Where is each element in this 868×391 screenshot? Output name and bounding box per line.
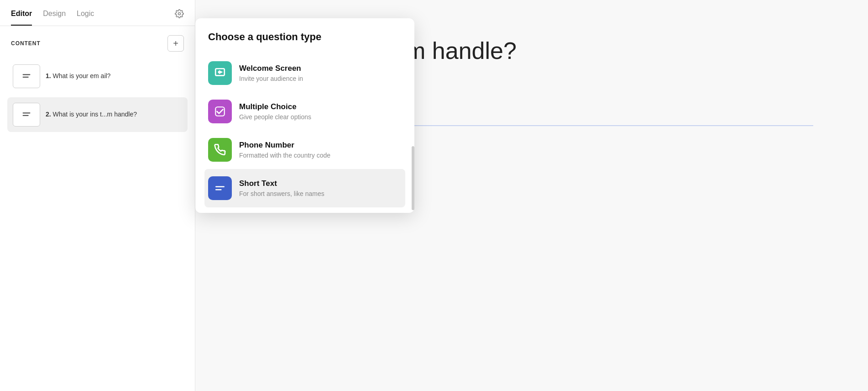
phone-icon bbox=[214, 144, 226, 156]
type-info-short-text: Short Text For short answers, like names bbox=[239, 179, 324, 197]
type-option-welcome[interactable]: Welcome Screen Invite your audience in bbox=[204, 54, 405, 92]
tab-logic[interactable]: Logic bbox=[77, 10, 94, 25]
question-num-2: 2. bbox=[46, 111, 51, 118]
content-label: CONTENT bbox=[11, 40, 41, 47]
panel-title: Choose a question type bbox=[204, 31, 405, 43]
type-name-welcome: Welcome Screen bbox=[239, 64, 303, 73]
type-name-phone: Phone Number bbox=[239, 141, 330, 150]
question-item-1[interactable]: 1. What is your em ail? bbox=[7, 59, 188, 94]
multiple-choice-icon-bg bbox=[208, 100, 232, 123]
type-name-multiple-choice: Multiple Choice bbox=[239, 102, 311, 111]
type-option-phone[interactable]: Phone Number Formatted with the country … bbox=[204, 131, 405, 169]
type-info-multiple-choice: Multiple Choice Give people clear option… bbox=[239, 102, 311, 121]
question-icon-2 bbox=[13, 103, 40, 127]
sidebar: Editor Design Logic CONTENT + 1. What is… bbox=[0, 0, 195, 391]
phone-icon-bg bbox=[208, 138, 232, 162]
sidebar-tabs: Editor Design Logic bbox=[0, 0, 195, 26]
question-text-1: 1. What is your em ail? bbox=[46, 72, 110, 81]
svg-point-0 bbox=[178, 13, 181, 15]
settings-button[interactable] bbox=[175, 9, 184, 26]
type-desc-multiple-choice: Give people clear options bbox=[239, 113, 311, 121]
question-text-2: 2. What is your ins t...m handle? bbox=[46, 110, 137, 119]
question-type-panel: Choose a question type Welcome Screen In… bbox=[195, 18, 414, 213]
type-desc-short-text: For short answers, like names bbox=[239, 190, 324, 197]
question-icon-1 bbox=[13, 64, 40, 88]
gear-icon bbox=[175, 9, 184, 18]
scroll-track bbox=[412, 146, 414, 210]
type-desc-phone: Formatted with the country code bbox=[239, 152, 330, 159]
type-option-multiple-choice[interactable]: Multiple Choice Give people clear option… bbox=[204, 92, 405, 131]
lines-icon-2 bbox=[21, 110, 31, 120]
question-label-1: What is your em ail? bbox=[53, 72, 111, 79]
svg-marker-7 bbox=[219, 70, 223, 74]
lines-icon bbox=[21, 71, 31, 81]
add-question-button[interactable]: + bbox=[167, 35, 184, 52]
tab-editor[interactable]: Editor bbox=[11, 10, 32, 25]
content-header: CONTENT + bbox=[0, 26, 195, 59]
tab-design[interactable]: Design bbox=[43, 10, 66, 25]
short-text-icon-bg bbox=[208, 176, 232, 200]
welcome-icon-bg bbox=[208, 61, 232, 85]
question-item-2[interactable]: 2. What is your ins t...m handle? bbox=[7, 97, 188, 132]
type-desc-welcome: Invite your audience in bbox=[239, 75, 303, 82]
type-info-welcome: Welcome Screen Invite your audience in bbox=[239, 64, 303, 82]
question-label-2: What is your ins t...m handle? bbox=[53, 111, 137, 118]
type-name-short-text: Short Text bbox=[239, 179, 324, 188]
type-info-phone: Phone Number Formatted with the country … bbox=[239, 141, 330, 159]
type-option-short-text[interactable]: Short Text For short answers, like names bbox=[204, 169, 405, 207]
question-list: 1. What is your em ail? 2. What is your … bbox=[0, 59, 195, 132]
short-text-icon bbox=[214, 182, 226, 194]
main-area: s your instagram handle? tion (optional)… bbox=[195, 0, 868, 391]
question-num-1: 1. bbox=[46, 72, 51, 79]
multiple-choice-icon bbox=[214, 106, 226, 117]
welcome-screen-icon bbox=[214, 67, 226, 79]
